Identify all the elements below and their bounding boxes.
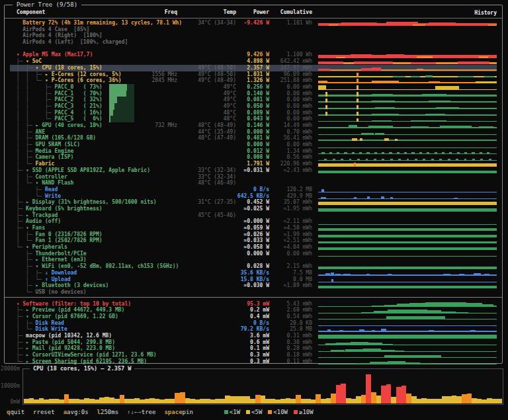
collapse-icon[interactable]: ▾ xyxy=(26,244,32,250)
tree-row[interactable]: └─ ▸ Screen Sharing (pid 62195, 236.5 MB… xyxy=(10,358,497,365)
tree-row[interactable]: │ ├─ ANE44°C (35-49)0.000 W0.70 mWh xyxy=(10,129,497,136)
collapse-icon[interactable]: ▾ xyxy=(26,58,32,64)
tree-row[interactable]: └─ USB (no devices) xyxy=(10,289,497,296)
tree-row[interactable]: │ │ ├─ PACC_3 ( 21%)49°C0.050 W0.00 mWh xyxy=(10,103,497,110)
collapse-icon[interactable]: ▾ xyxy=(45,77,52,83)
collapse-icon[interactable]: ▾ xyxy=(26,167,32,173)
tree-row[interactable]: │ │ ├─ PACC_2 ( 32%)49°C0.081 W0.00 mWh xyxy=(10,97,497,103)
collapse-icon[interactable]: ▾ xyxy=(36,180,42,186)
component-cell: │ │ └─ PACC_5 ( 6%) xyxy=(10,116,134,122)
tree-row[interactable]: │ └─ Disk Write79.2 KB/s25.8 MB xyxy=(10,326,497,333)
tree-row[interactable]: ├─ ▸ Mail (pid 92428, 223.0 MB)0.1 mW0.2… xyxy=(10,345,497,352)
tree-row[interactable]: ├─ ▾ Cursor (pid 67669, 1.22 GB)0.4 mW0.… xyxy=(10,314,497,320)
collapse-icon[interactable]: ▾ xyxy=(26,314,32,319)
power-history-bar xyxy=(134,398,140,403)
tree-row[interactable]: │ └─ Fabric1.791 W220.96 mWh xyxy=(10,161,497,167)
tree-row[interactable]: ├─ ▾ Fans≈0.059 W≈4.58 mWh xyxy=(10,225,497,231)
tree-row[interactable]: ├─ ▸ CursorUIViewService (pid 1271, 23.6… xyxy=(10,352,497,358)
component-cell: ├─ ▸ Paste (pid 5044, 299.8 MB) xyxy=(10,339,115,346)
power-history-bar xyxy=(492,399,497,403)
tree-row[interactable]: ├─ ▸ Trackpad45°C (45-46) xyxy=(10,212,497,219)
tree-row[interactable]: │ ├─ Fan 0 (2316/7826 RPM)≈0.026 W≈1.99 … xyxy=(10,231,497,238)
tree-row[interactable]: │ │ ├─ PACC_1 ( 70%)49°C0.140 W0.00 mWh xyxy=(10,91,497,97)
component-label: PACC_2 ( 32%) xyxy=(54,97,102,103)
tree-row[interactable]: │ ├─ ↓ Download35.6 KB/s7.5 MB xyxy=(10,270,497,276)
tree-row[interactable]: ├─ ▾ WiFi (en0, -52 dBm, 802.11ax, ch153… xyxy=(10,263,497,270)
expand-icon[interactable]: ▸ xyxy=(26,339,32,345)
tree-lines xyxy=(10,301,17,307)
power-history-bar xyxy=(155,399,160,403)
tree-row[interactable]: │ ├─ Camera (ISP)0.008 W0.56 mWh xyxy=(10,154,497,161)
collapse-icon[interactable]: ▾ xyxy=(26,225,32,231)
tree-row[interactable]: AirPods 4 (Left) [100%, charged] xyxy=(10,39,497,46)
tree-row[interactable]: │ │ ├─ PACC_4 ( 16%)48°C0.089 W0.00 mWh xyxy=(10,110,497,116)
expand-icon[interactable]: ▸ xyxy=(36,122,42,128)
tree-row[interactable]: Battery 72% (4h 31m remaining, 13 cycles… xyxy=(10,20,497,26)
tree-row[interactable]: ├─ ▸ Bluetooth (3 devices)≈0.030 W≈1.89 … xyxy=(10,282,497,289)
expand-icon[interactable]: ▸ xyxy=(26,307,32,313)
tree-row[interactable]: │ │ ├─ ▸ E-Cores (12 cores, 5%)1556 MHz4… xyxy=(10,71,497,78)
tree-lines: │ └─ xyxy=(10,193,45,199)
power-history-bar xyxy=(402,386,407,403)
collapse-icon[interactable]: ▾ xyxy=(17,52,23,58)
spacer-row xyxy=(10,46,497,52)
tree-row[interactable]: │ └─ Write642.5 KB/s429.9 MB xyxy=(10,193,497,200)
component-label: PACC_4 ( 16%) xyxy=(54,110,102,116)
tree-row[interactable]: ▾ Apple M5 Max (Mac17,7)9.426 W1.100 Wh xyxy=(10,52,497,58)
tree-row[interactable]: AirPods 4 Case [85%] xyxy=(10,26,497,33)
tree-lines: │ ├─ xyxy=(10,187,45,192)
component-label: AirPods 4 (Left) [100%, charged] xyxy=(22,39,128,45)
component-label: Fan 0 (2316/7826 RPM) xyxy=(36,231,103,237)
expand-icon[interactable]: ▸ xyxy=(26,199,32,205)
tree-row[interactable]: │ ├─ ▸ GPU (40 cores, 10%)732 MHz48°C (4… xyxy=(10,122,497,129)
collapse-icon[interactable]: ▾ xyxy=(17,301,23,307)
tree-row[interactable]: │ ├─ ▾ CPU (18 cores, 15%)49°C (48-50)2.… xyxy=(10,65,497,71)
component-label: PACC_5 ( 6%) xyxy=(54,116,102,122)
tree-lines xyxy=(10,39,22,45)
hotkey-hint-pin: spacepin xyxy=(164,408,192,416)
tree-row[interactable]: │ ├─ DRAM (105.6/128 GB)48°C (47-49)0.48… xyxy=(10,135,497,142)
tree-row[interactable]: ├─ ▾ SoC4.898 W642.42 mWh xyxy=(10,58,497,65)
component-label: CursorUIViewService (pid 1271, 23.6 MB) xyxy=(32,352,157,358)
tree-row[interactable]: ├─ Audio (off)≈0.000 W≈2.11 mWh xyxy=(10,218,497,225)
expand-icon[interactable]: ▸ xyxy=(26,358,32,364)
tree-row[interactable]: ├─ ▾ SSD (APPLE SSD AP8192Z, Apple Fabri… xyxy=(10,167,497,174)
tree-row[interactable]: ├─ Thunderbolt/PCIe0.000 W0.00 mWh xyxy=(10,251,497,257)
expand-icon[interactable]: ▸ xyxy=(26,212,32,218)
tree-row[interactable]: ├─ ▸ Display (31% brightness, 500/1600 n… xyxy=(10,199,497,206)
tree-row[interactable]: │ │ ├─ PACC_0 ( 73%)49°C0.256 W0.00 mWh xyxy=(10,84,497,91)
tree-row[interactable]: │ └─ Fan 1 (2502/7826 RPM)≈0.033 W≈2.51 … xyxy=(10,237,497,244)
tree-row[interactable]: │ └─ ▾ NAND Flash48°C (46-49) xyxy=(10,180,497,187)
tree-row[interactable]: ├─ Keyboard (5% brightness)≈0.025 W≈1.95… xyxy=(10,206,497,212)
expand-icon[interactable]: ▸ xyxy=(26,352,32,358)
tree-row[interactable]: │ │ └─ PACC_5 ( 6%)48°C0.043 W0.00 mWh xyxy=(10,116,497,122)
tree-row[interactable]: └─ ▾ Peripherals≈0.058 W≈4.04 mWh xyxy=(10,244,497,251)
tree-row[interactable]: ├─ ▸ Preview (pid 44672, 449.3 MB)0.2 mW… xyxy=(10,307,497,314)
power-history-bar xyxy=(215,399,220,403)
tree-row[interactable]: ├─ ▸ Paste (pid 5044, 299.8 MB)0.6 mW0.3… xyxy=(10,339,497,346)
tree-row[interactable]: ▾ Software (filter: top 10 by total)95.3… xyxy=(10,301,497,308)
hotkey: space xyxy=(164,409,182,415)
tree-row[interactable]: AirPods 4 (Right) [100%] xyxy=(10,32,497,39)
tree-row[interactable]: │ ├─ Controller33°C (32-34) xyxy=(10,174,497,181)
power-history-bar xyxy=(245,396,251,404)
expand-icon[interactable]: ▸ xyxy=(36,282,42,288)
tree-row[interactable]: ├─ ▸ Ethernet (en3) xyxy=(10,257,497,263)
collapse-icon[interactable]: ▾ xyxy=(36,65,42,71)
cumulative-cell: 0.00 mWh xyxy=(259,97,312,103)
tree-row[interactable]: │ ├─ Read0 B/s120.2 MB xyxy=(10,187,497,193)
component-cell: ├─ Thunderbolt/PCIe xyxy=(10,251,87,257)
collapse-icon[interactable]: ▾ xyxy=(36,263,42,269)
tree-row[interactable]: │ ├─ Disk Read0 B/s20.0 KB xyxy=(10,320,497,327)
tree-row[interactable]: ├─ macpow (pid 10342, 12.6 MB)3.6 mW0.31… xyxy=(10,333,497,339)
component-label: Bluetooth (3 devices) xyxy=(42,282,108,288)
tree-row[interactable]: │ ├─ GPU SRAM (SLC)0.000 W0.00 mWh xyxy=(10,142,497,148)
tree-row[interactable]: │ │ └─ ▾ P-Cores (6 cores, 36%)2845 MHz4… xyxy=(10,77,497,84)
component-cell: ├─ ▸ CursorUIViewService (pid 1271, 23.6… xyxy=(10,352,157,358)
tree-row[interactable]: │ ├─ Media Engine0.012 W1.34 mWh xyxy=(10,148,497,155)
tree-row[interactable]: │ └─ ↑ Upload15.8 KB/s8.0 MB xyxy=(10,276,497,283)
expand-icon[interactable]: ▸ xyxy=(26,345,32,351)
expand-icon[interactable]: ▸ xyxy=(45,71,52,77)
expand-icon[interactable]: ▸ xyxy=(36,257,42,263)
power-history-bar xyxy=(24,399,29,403)
